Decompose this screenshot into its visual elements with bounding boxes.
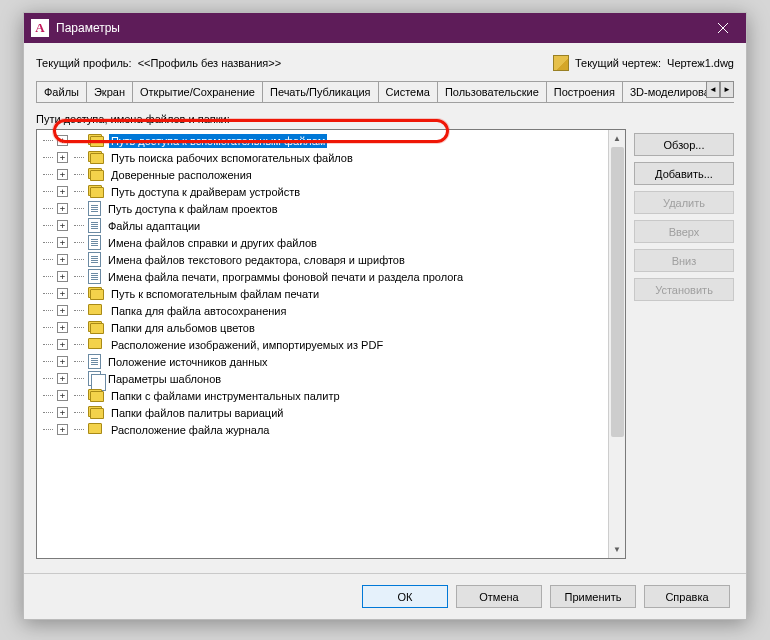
tree[interactable]: +Путь доступа к вспомогательным файлам+П…: [37, 130, 608, 558]
close-button[interactable]: [700, 13, 746, 43]
tree-row[interactable]: +Папки для альбомов цветов: [37, 319, 608, 336]
expand-icon[interactable]: +: [57, 169, 68, 180]
tree-row-label: Папки для альбомов цветов: [109, 321, 257, 335]
expand-icon[interactable]: +: [57, 152, 68, 163]
expand-icon[interactable]: +: [57, 203, 68, 214]
expand-icon[interactable]: +: [57, 305, 68, 316]
expand-icon[interactable]: +: [57, 220, 68, 231]
tab-0[interactable]: Файлы: [36, 81, 87, 102]
move-up-button: Вверх: [634, 220, 734, 243]
tree-row[interactable]: +Файлы адаптации: [37, 217, 608, 234]
expand-icon[interactable]: +: [57, 322, 68, 333]
folder-icon: [88, 304, 104, 318]
tab-7[interactable]: 3D-моделирова: [622, 81, 717, 102]
tree-row-label: Имена файлов справки и других файлов: [106, 236, 319, 250]
tree-row[interactable]: +Доверенные расположения: [37, 166, 608, 183]
tree-row-label: Путь доступа к файлам проектов: [106, 202, 280, 216]
add-button[interactable]: Добавить...: [634, 162, 734, 185]
expand-icon[interactable]: +: [57, 390, 68, 401]
tab-3[interactable]: Печать/Публикация: [262, 81, 379, 102]
current-profile-label: Текущий профиль:: [36, 57, 132, 69]
document-icon: [88, 354, 101, 369]
tree-container: +Путь доступа к вспомогательным файлам+П…: [36, 129, 626, 559]
tab-1[interactable]: Экран: [86, 81, 133, 102]
tree-row-label: Папка для файла автосохранения: [109, 304, 288, 318]
tree-row[interactable]: +Путь поиска рабочих вспомогательных фай…: [37, 149, 608, 166]
app-icon: A: [31, 19, 49, 37]
folder-stack-icon: [88, 185, 104, 199]
tree-row-label: Путь доступа к драйверам устройств: [109, 185, 302, 199]
tree-row-label: Расположение изображений, импортируемых …: [109, 338, 385, 352]
tree-row[interactable]: +Положение источников данных: [37, 353, 608, 370]
tree-row[interactable]: +Папки файлов палитры вариаций: [37, 404, 608, 421]
document-icon: [88, 218, 101, 233]
delete-button: Удалить: [634, 191, 734, 214]
tab-4[interactable]: Система: [378, 81, 438, 102]
tree-row-label: Путь поиска рабочих вспомогательных файл…: [109, 151, 355, 165]
cancel-button[interactable]: Отмена: [456, 585, 542, 608]
options-dialog: A Параметры Текущий профиль: <<Профиль б…: [23, 12, 747, 620]
current-drawing-value: Чертеж1.dwg: [667, 57, 734, 69]
tab-strip: ФайлыЭкранОткрытие/СохранениеПечать/Публ…: [36, 81, 734, 103]
tree-row-label: Путь доступа к вспомогательным файлам: [109, 134, 327, 148]
current-profile-value: <<Профиль без названия>>: [138, 57, 282, 69]
tree-row[interactable]: +Имена файлов справки и других файлов: [37, 234, 608, 251]
tree-row[interactable]: +Имена файла печати, программы фоновой п…: [37, 268, 608, 285]
expand-icon[interactable]: +: [57, 271, 68, 282]
document-icon: [88, 235, 101, 250]
folder-stack-icon: [88, 151, 104, 165]
drawing-icon: [553, 55, 569, 71]
profile-row: Текущий профиль: <<Профиль без названия>…: [36, 51, 734, 75]
tab-2[interactable]: Открытие/Сохранение: [132, 81, 263, 102]
tree-row-label: Папки файлов палитры вариаций: [109, 406, 285, 420]
tab-scroll-right[interactable]: ►: [720, 81, 734, 98]
window-title: Параметры: [56, 21, 700, 35]
tree-row[interactable]: +Путь к вспомогательным файлам печати: [37, 285, 608, 302]
expand-icon[interactable]: +: [57, 339, 68, 350]
document-icon: [88, 269, 101, 284]
tree-row[interactable]: +Параметры шаблонов: [37, 370, 608, 387]
expand-icon[interactable]: +: [57, 407, 68, 418]
folder-icon: [88, 338, 104, 352]
document-stack-icon: [88, 371, 101, 386]
folder-stack-icon: [88, 321, 104, 335]
tree-row-label: Расположение файла журнала: [109, 423, 271, 437]
help-button[interactable]: Справка: [644, 585, 730, 608]
tree-row[interactable]: +Расположение изображений, импортируемых…: [37, 336, 608, 353]
folder-stack-icon: [88, 406, 104, 420]
expand-icon[interactable]: +: [57, 288, 68, 299]
expand-icon[interactable]: +: [57, 237, 68, 248]
tree-row[interactable]: +Папки с файлами инструментальных палитр: [37, 387, 608, 404]
expand-icon[interactable]: +: [57, 424, 68, 435]
folder-stack-icon: [88, 134, 104, 148]
browse-button[interactable]: Обзор...: [634, 133, 734, 156]
tree-row[interactable]: +Расположение файла журнала: [37, 421, 608, 438]
tree-scrollbar[interactable]: ▲ ▼: [608, 130, 625, 558]
folder-stack-icon: [88, 389, 104, 403]
apply-button[interactable]: Применить: [550, 585, 636, 608]
scroll-up-icon[interactable]: ▲: [609, 130, 625, 147]
tree-row-label: Доверенные расположения: [109, 168, 254, 182]
set-button: Установить: [634, 278, 734, 301]
document-icon: [88, 201, 101, 216]
folder-stack-icon: [88, 287, 104, 301]
tree-row[interactable]: +Путь доступа к драйверам устройств: [37, 183, 608, 200]
tree-row[interactable]: +Папка для файла автосохранения: [37, 302, 608, 319]
scroll-thumb[interactable]: [611, 147, 624, 437]
expand-icon[interactable]: +: [57, 135, 68, 146]
expand-icon[interactable]: +: [57, 373, 68, 384]
tree-section-label: Пути доступа, имена файлов и папки:: [36, 113, 626, 125]
tab-scroll-left[interactable]: ◄: [706, 81, 720, 98]
tree-row-label: Положение источников данных: [106, 355, 270, 369]
expand-icon[interactable]: +: [57, 356, 68, 367]
tree-row-label: Путь к вспомогательным файлам печати: [109, 287, 321, 301]
ok-button[interactable]: ОК: [362, 585, 448, 608]
tab-5[interactable]: Пользовательские: [437, 81, 547, 102]
tree-row[interactable]: +Путь доступа к вспомогательным файлам: [37, 132, 608, 149]
tab-6[interactable]: Построения: [546, 81, 623, 102]
expand-icon[interactable]: +: [57, 186, 68, 197]
expand-icon[interactable]: +: [57, 254, 68, 265]
tree-row[interactable]: +Путь доступа к файлам проектов: [37, 200, 608, 217]
tree-row[interactable]: +Имена файлов текстового редактора, слов…: [37, 251, 608, 268]
scroll-down-icon[interactable]: ▼: [609, 541, 625, 558]
